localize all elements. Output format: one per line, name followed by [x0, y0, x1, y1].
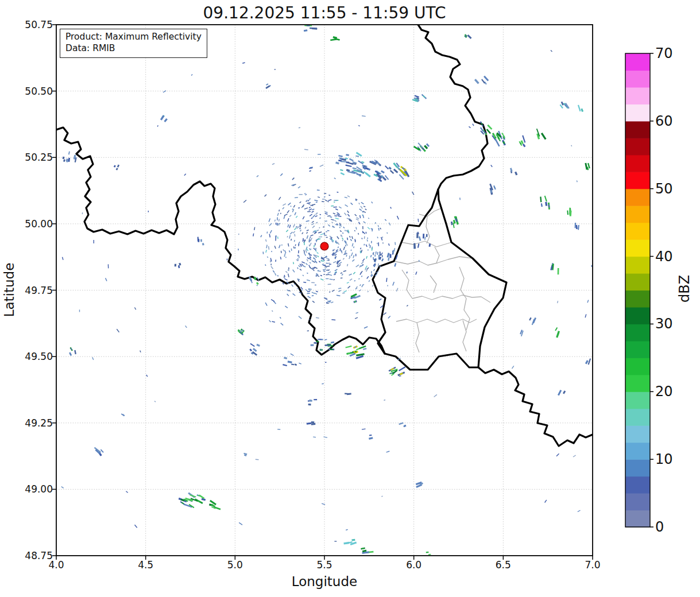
- echo-streak: [423, 96, 426, 98]
- echo-streak: [343, 258, 344, 259]
- echo-streak: [304, 149, 308, 150]
- echo-streak: [310, 243, 312, 246]
- echo-streak: [307, 232, 308, 233]
- echo-streak: [284, 253, 285, 257]
- echo-streak: [407, 305, 408, 307]
- echo-streak: [323, 227, 324, 227]
- echo-streak: [575, 223, 576, 228]
- echo-streak: [488, 125, 492, 129]
- echo-streak: [360, 215, 361, 218]
- colorbar-tick-label: 20: [655, 383, 673, 400]
- echo-streak: [386, 451, 390, 452]
- echo-streak: [244, 455, 246, 455]
- echo-streak: [289, 215, 291, 217]
- echo-streak: [387, 232, 388, 234]
- y-tick-label: 49.25: [0, 417, 53, 429]
- colorbar-segment: [625, 307, 650, 324]
- echo-streak: [117, 168, 118, 170]
- echo-streak: [345, 197, 347, 197]
- echo-streak: [253, 348, 257, 351]
- echo-streak: [284, 358, 287, 359]
- echo-streak: [346, 165, 352, 166]
- echo-streak: [299, 363, 301, 364]
- echo-streak: [368, 291, 368, 292]
- echo-streak: [359, 203, 360, 204]
- echo-streak: [327, 303, 330, 304]
- canton-border: [412, 295, 490, 303]
- echo-streak: [299, 255, 299, 258]
- echo-streak: [338, 242, 339, 245]
- echo-streak: [365, 266, 367, 269]
- echo-streak: [491, 190, 492, 193]
- echo-streak: [344, 543, 350, 544]
- echo-streak: [331, 219, 334, 220]
- echo-streak: [352, 237, 353, 239]
- echo-streak: [308, 200, 309, 201]
- echo-streak: [279, 219, 279, 221]
- echo-streak: [362, 429, 366, 429]
- echo-streak: [242, 330, 243, 331]
- echo-streak: [361, 248, 361, 250]
- echo-streak: [163, 91, 166, 92]
- echo-streak: [347, 218, 350, 219]
- echo-streak: [587, 300, 589, 303]
- echo-streak: [570, 211, 571, 216]
- echo-streak: [586, 360, 587, 364]
- echo-streak: [316, 276, 317, 277]
- echo-streak: [199, 495, 204, 499]
- y-tick-label: 48.75: [0, 550, 53, 561]
- echo-streak: [362, 116, 366, 117]
- echo-streak: [126, 491, 127, 493]
- echo-streak: [362, 551, 366, 552]
- echo-streak: [322, 201, 324, 202]
- product-info-box: Product: Maximum Reflectivity Data: RMIB: [60, 29, 207, 58]
- echo-streak: [563, 391, 565, 394]
- echo-streak: [273, 270, 274, 272]
- echo-streak: [305, 201, 307, 201]
- echo-streak: [295, 234, 295, 237]
- echo-streak: [283, 365, 287, 366]
- echo-streak: [316, 248, 316, 251]
- echo-streak: [423, 234, 424, 238]
- echo-streak: [376, 251, 376, 254]
- echo-streak: [355, 317, 358, 319]
- echo-streak: [312, 269, 314, 271]
- colorbar-segment: [625, 290, 650, 308]
- echo-streak: [352, 243, 353, 247]
- echo-streak: [333, 213, 335, 214]
- echo-streak: [303, 238, 303, 242]
- radar-site-marker: [320, 242, 328, 250]
- echo-streak: [74, 155, 75, 160]
- echo-streak: [348, 353, 351, 354]
- echo-streak: [352, 259, 354, 261]
- echo-streak: [313, 437, 316, 437]
- echo-streak: [316, 222, 318, 223]
- colorbar-segment: [625, 375, 650, 392]
- y-tick-label: 49.00: [0, 483, 53, 495]
- echo-streak: [324, 235, 327, 236]
- canton-border: [416, 323, 419, 352]
- echo-streak: [311, 218, 313, 219]
- echo-streak: [341, 161, 346, 162]
- echo-streak: [285, 306, 288, 308]
- echo-streak: [395, 248, 395, 251]
- colorbar-segment: [625, 257, 650, 274]
- echo-streak: [342, 160, 346, 160]
- echo-streak: [582, 108, 583, 111]
- echo-streak: [293, 293, 296, 296]
- echo-streak: [146, 375, 148, 377]
- echo-streak: [328, 200, 332, 201]
- echo-streak: [345, 230, 346, 231]
- echo-streak: [328, 272, 331, 273]
- echo-streak: [328, 284, 331, 285]
- echo-streak: [285, 272, 287, 273]
- colorbar-segment: [625, 189, 650, 206]
- echo-streak: [379, 299, 381, 301]
- echo-streak: [336, 162, 339, 164]
- echo-streak: [287, 236, 288, 237]
- echo-streak: [165, 119, 167, 122]
- echo-streak: [327, 266, 330, 266]
- echo-streak: [271, 266, 273, 269]
- echo-streak: [310, 170, 311, 171]
- colorbar-segment: [625, 425, 650, 443]
